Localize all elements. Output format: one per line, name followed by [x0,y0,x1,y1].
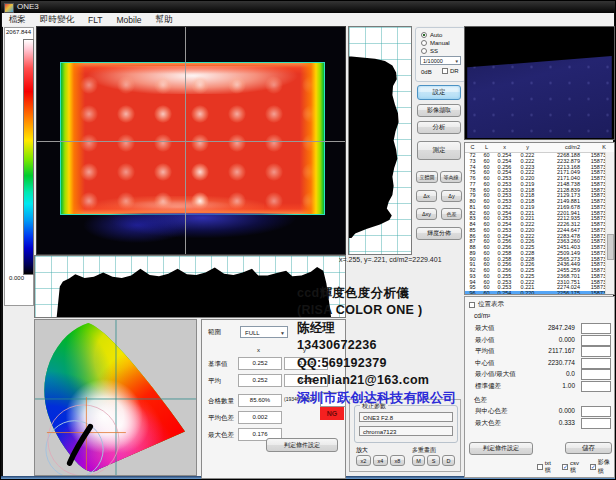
camera-preview[interactable] [464,26,615,140]
average-label: 平均 [208,377,221,386]
save-button[interactable]: 儲存 [565,442,612,454]
reference-x-field[interactable]: 0.252 [238,357,282,370]
stat-value: 0.000 [520,336,575,343]
dr-checkbox-row[interactable]: DR [442,68,459,74]
multi-d-button[interactable]: D [442,455,455,466]
range-select[interactable]: FULL ▼ [240,326,288,338]
position-display-label: 位置表示 [478,300,504,309]
pass-percent-field: 85.60% [238,394,282,407]
checkbox-icon[interactable] [537,464,543,470]
stat-value: 1.00 [520,382,575,389]
multi-m-button[interactable]: M [412,455,425,466]
stat-threshold-box[interactable] [581,381,611,392]
radio-icon[interactable] [421,40,427,46]
measure-button[interactable]: 測定 [417,141,461,160]
cursor-readout: x=.255, y=.221, cd/m2=2229.401 [339,256,469,263]
radio-label: Manual [430,40,450,46]
radio-manual[interactable]: Manual [421,39,450,47]
gain-label: 0dB [421,69,432,75]
analyze-button[interactable]: 分析 [417,121,461,134]
radio-label: Auto [430,32,442,38]
checkbox-label: txt檔 [545,460,556,475]
statistics-panel: 位置表示 cd/m² 最大值2847.249最小值0.000平均值2117.16… [464,296,615,478]
header-y: y [516,143,539,152]
table-row[interactable]: 96600.2540.2202256.17515873 [465,291,614,295]
avg-color-diff-field: 0.002 [238,411,282,424]
menu-bar: 檔案即時變化FLTMobile幫助 [2,13,614,27]
checkbox-icon[interactable]: ✓ [562,464,568,470]
range-label: 範圍 [208,328,221,337]
exposure-mode-group: AutoManualSS 1/10000 ▼ 0dB DR [415,27,466,82]
cell: 0.220 [516,291,539,295]
zoom-x8-button[interactable]: x8 [390,455,405,466]
luminance-dist-button[interactable]: 輝度分佈 [416,227,462,240]
menu-item-3[interactable]: Mobile [109,15,148,25]
set-button[interactable]: 設定 [417,85,461,100]
checkbox-icon[interactable]: ✓ [590,464,596,470]
header-L: L [480,143,493,152]
crosshair-horizontal[interactable] [37,141,345,142]
file-checkbox-影像檔[interactable]: ✓影像檔 [590,458,614,476]
lens-field[interactable]: ONE3 F2.8 [359,412,453,422]
measurement-table[interactable]: CLxycd/m2K 72600.2540.2222268.1881587373… [464,142,615,295]
delta-y-button[interactable]: Δy [441,190,462,202]
judge-condition-button[interactable]: 判定條件設定 [469,442,533,455]
color-stat-threshold-box[interactable] [581,418,611,429]
pass-count-detail: (19346/22600) [284,396,317,402]
average-x-field[interactable]: 0.252 [238,374,282,387]
radio-label: SS [430,48,438,54]
luminance-color-scale: 2067.844 0.000 [4,27,34,306]
judge-condition-button-2[interactable]: 判定條件設定 [266,438,338,452]
menu-item-0[interactable]: 檔案 [2,14,33,26]
avg-color-diff-label: 平均色差 [208,414,234,423]
cie-gamut-horseshoe [35,320,196,475]
delta-x-button[interactable]: Δx [416,190,437,202]
radio-auto[interactable]: Auto [421,31,442,39]
menu-item-1[interactable]: 即時變化 [33,14,81,26]
stat-threshold-box[interactable] [581,335,611,346]
color-stat-label: 最大色差 [475,419,501,428]
contour-button[interactable]: 等高線 [440,171,462,183]
capture-button[interactable]: 影像擷取 [417,104,461,117]
radio-icon[interactable] [421,32,427,38]
zoom-x2-button[interactable]: x2 [356,455,371,466]
header-x: x [493,143,516,152]
average-y-field[interactable]: 0.216 [284,374,328,387]
color-stat-value: 0.000 [520,407,575,414]
cell: 96 [465,291,480,295]
radio-icon[interactable] [421,48,427,54]
file-checkbox-csv檔[interactable]: ✓csv檔 [562,460,584,475]
stat-value: 2847.249 [520,324,575,331]
header-cd/m2: cd/m2 [539,143,584,152]
dr-checkbox[interactable] [442,68,448,74]
stat-label: 最小值/最大值 [475,370,516,379]
color-stat-value: 0.333 [520,419,575,426]
file-checkbox-txt檔[interactable]: txt檔 [537,460,556,475]
stat-threshold-box[interactable] [581,358,611,369]
shutter-select[interactable]: 1/10000 ▼ [420,56,461,65]
stat-threshold-box[interactable] [581,346,611,357]
color-diff-button[interactable]: 色差 [441,208,462,220]
radio-ss[interactable]: SS [421,47,438,55]
solid-view-button[interactable]: 立體圖 [416,171,438,183]
color-stat-threshold-box[interactable] [581,406,611,417]
scrollbar-thumb[interactable] [607,234,614,260]
column-header-x: x [257,347,260,353]
table-scrollbar[interactable] [605,152,614,294]
zoom-x4-button[interactable]: x4 [373,455,388,466]
menu-item-4[interactable]: 幫助 [149,14,180,26]
window-title: ONE3 [17,1,39,13]
title-bar[interactable]: ONE3 [1,1,615,13]
chroma-field[interactable]: chroma7123 [359,426,453,436]
cie-chromaticity-diagram[interactable] [34,319,197,476]
multi-s-button[interactable]: S [427,455,440,466]
stat-threshold-box[interactable] [581,323,611,334]
position-display-row[interactable]: 位置表示 [469,300,504,309]
position-display-checkbox[interactable] [469,302,475,308]
delta-xy-button[interactable]: Δxy [416,208,437,220]
menu-item-2[interactable]: FLT [81,15,109,25]
reference-y-field[interactable]: 0.218 [284,357,328,370]
stat-threshold-box[interactable] [581,369,611,380]
luminance-heatmap-view[interactable] [36,26,346,255]
horizontal-profile-histogram [34,255,346,318]
